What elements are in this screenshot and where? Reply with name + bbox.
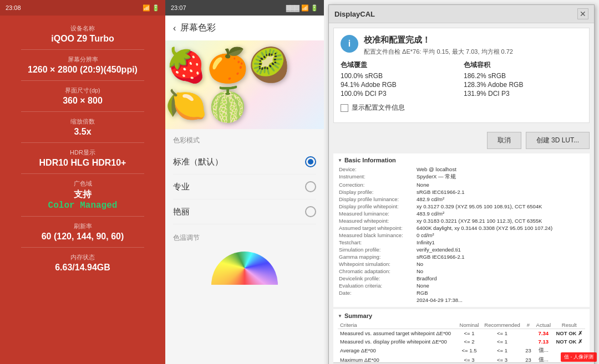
row-key: Correction: [338, 181, 415, 188]
table-row: Devicelink profile:Bradford [338, 275, 585, 282]
table-row: Testchart:Infinity1 [338, 239, 585, 246]
table-row: Measured whitepoint:xy 0.3183 0.3221 (XY… [338, 217, 585, 224]
mid-header: ‹ 屏幕色彩 [165, 16, 324, 40]
gamut-volume-3: 131.9% DCI P3 [464, 90, 582, 98]
divider6 [21, 216, 144, 217]
row-val: xy 0.3127 0.329 (XYZ 95.05 100 108.91), … [415, 203, 585, 210]
col-nominal: Nominal [457, 321, 481, 329]
dialog-subtitle: 配置文件自检 ΔE*76: 平均 0.15, 最大 7.03, 均方根 0.72 [364, 48, 513, 56]
row-key: Gamma mapping: [338, 253, 415, 260]
color-option-pro[interactable]: 专业 [173, 175, 316, 199]
summary-header[interactable]: ▼ Summary [338, 312, 585, 319]
result-1: NOT OK ✗ [554, 329, 585, 338]
gamut-coverage-col: 色域覆盖 100.0% sRGB 94.1% Adobe RGB 100.0% … [341, 60, 459, 99]
col-count: # [523, 321, 534, 329]
device-block: 设备名称 iQOO Z9 Turbo [6, 24, 160, 44]
red-status-icons: 📶 🔋 [143, 4, 160, 12]
device-label: 设备名称 [6, 24, 160, 33]
ui-size-block: 界面尺寸(dp) 360 × 800 [6, 86, 160, 106]
row-key: Device: [338, 166, 415, 173]
row-key: Evaluation criteria: [338, 282, 415, 289]
back-button[interactable]: ‹ [173, 23, 176, 33]
row-val: SpyderX — 常规 [415, 173, 585, 181]
dialog-title: 校准和配置完成！ [364, 35, 513, 45]
info-icon: i [341, 35, 358, 53]
resolution-label: 屏幕分辨率 [6, 55, 160, 64]
row-key: Measured whitepoint: [338, 217, 415, 224]
actual-2: 7.13 [534, 337, 554, 346]
recommended-3: <= 1 [481, 346, 523, 355]
color-option-standard[interactable]: 标准（默认） [173, 150, 316, 175]
row-key: Chromatic adaptation: [338, 268, 415, 275]
criteria-2: Measured vs. display profile whitepoint … [338, 337, 457, 346]
gamut-label: 广色域 [6, 180, 160, 188]
radio-vivid[interactable] [305, 206, 316, 217]
hdr-block: HDR显示 HDR10 HLG HDR10+ [6, 148, 160, 168]
radio-pro[interactable] [305, 181, 316, 192]
gamut-volume-title: 色域容积 [464, 60, 582, 70]
row-val: 482.9 cd/m² [415, 196, 585, 203]
checkbox-label: 显示配置文件信息 [352, 103, 405, 112]
row-key: Display profile: [338, 188, 415, 196]
close-button[interactable]: ✕ [577, 8, 588, 19]
cancel-button[interactable]: 取消 [487, 132, 521, 149]
window-title: DisplayCAL [334, 10, 375, 18]
refresh-value: 60 (120, 144, 90, 60) [6, 232, 160, 242]
basic-info-table: Device:Web @ localhost Instrument:Spyder… [338, 166, 585, 304]
dialog-section: i 校准和配置完成！ 配置文件自检 ΔE*76: 平均 0.15, 最大 7.0… [333, 28, 590, 123]
count-2 [523, 337, 534, 346]
table-row: Evaluation criteria:None [338, 282, 585, 289]
color-wheel-container [173, 247, 316, 289]
row-val: 0 cd/m² [415, 232, 585, 239]
color-option-vivid[interactable]: 艳丽 [173, 199, 316, 224]
row-key [338, 296, 415, 304]
row-val: Web @ localhost [415, 166, 585, 173]
summary-header-row: Criteria Nominal Recommended # Actual Re… [338, 321, 585, 329]
row-key: Devicelink profile: [338, 275, 415, 282]
gamut-volume-col: 色域容积 186.2% sRGB 128.3% Adobe RGB 131.9%… [464, 60, 582, 99]
table-row: Simulation profile:verify_extended.ti1 [338, 246, 585, 253]
row-key: Measured black luminance: [338, 232, 415, 239]
basic-info-header[interactable]: ▼ Basic Information [338, 157, 585, 163]
scale-value: 3.5x [6, 127, 160, 137]
row-key: Display profile luminance: [338, 196, 415, 203]
summary-section: ▼ Summary Criteria Nominal Recommended #… [333, 309, 590, 364]
checkbox-row[interactable]: 显示配置文件信息 [341, 103, 582, 112]
fruit-emoji: 🍓🍊🥝🍋🍈 [165, 45, 324, 124]
mid-statusbar: 23:07 ▓▓▓ 📶 🔋 [165, 0, 324, 16]
table-row: Measured black luminance:0 cd/m² [338, 232, 585, 239]
table-row: Device:Web @ localhost [338, 166, 585, 173]
memory-label: 内存状态 [6, 253, 160, 262]
panel-red: 23:08 📶 🔋 设备名称 iQOO Z9 Turbo 屏幕分辨率 1260 … [0, 0, 165, 364]
summary-title: Summary [344, 312, 372, 319]
ui-size-value: 360 × 800 [6, 96, 160, 106]
scale-label: 缩放倍数 [6, 117, 160, 126]
divider4 [21, 142, 144, 143]
window-titlebar: DisplayCAL ✕ [329, 5, 594, 23]
recommended-2: <= 1 [481, 337, 523, 346]
table-row: Instrument:SpyderX — 常规 [338, 173, 585, 181]
table-row: Correction:None [338, 181, 585, 188]
gamut-volume-1: 186.2% sRGB [464, 72, 582, 80]
actual-3: 值... [534, 346, 554, 355]
basic-info-section: ▼ Basic Information Device:Web @ localho… [333, 153, 590, 307]
gamut-block: 广色域 支持 Color Managed [6, 180, 160, 211]
resolution-value: 1260 × 2800 (20:9)(450ppi) [6, 65, 160, 75]
create-lut-button[interactable]: 创建 3D LUT... [526, 132, 590, 149]
row-val: 2024-04-29 17:38... [415, 296, 585, 304]
recommended-1: <= 1 [481, 329, 523, 338]
divider5 [21, 173, 144, 174]
row-val: sRGB IEC61966-2.1 [415, 253, 585, 260]
color-option-vivid-label: 艳丽 [173, 207, 190, 217]
checkbox[interactable] [341, 104, 348, 112]
row-key: Date: [338, 289, 415, 296]
mid-icons: ▓▓▓ 📶 🔋 [286, 4, 318, 12]
row-val: Infinity1 [415, 239, 585, 246]
row-key: Testchart: [338, 239, 415, 246]
row-val: None [415, 181, 585, 188]
divider2 [21, 80, 144, 81]
mid-title: 屏幕色彩 [180, 22, 216, 34]
summary-row-1: Measured vs. assumed target whitepoint Δ… [338, 329, 585, 338]
radio-standard[interactable] [305, 156, 316, 167]
table-row: Display profile luminance:482.9 cd/m² [338, 196, 585, 203]
